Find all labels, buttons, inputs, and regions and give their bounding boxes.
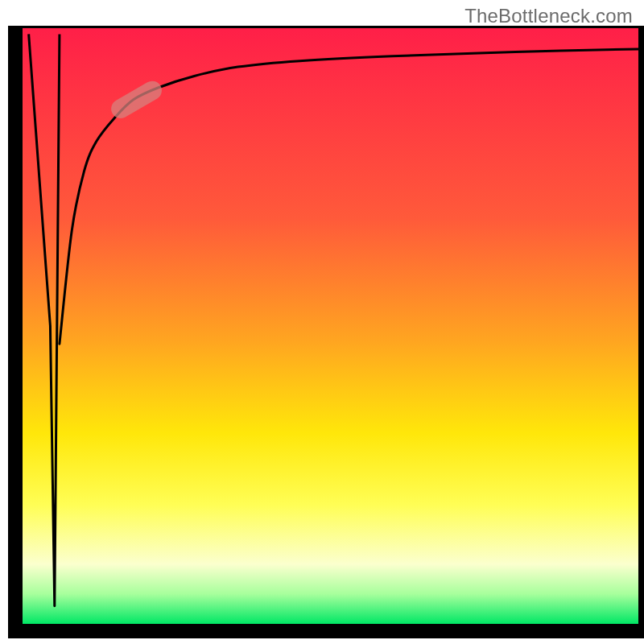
axis-right (638, 27, 644, 638)
chart-stage: TheBottleneck.com (0, 0, 644, 644)
watermark-text: TheBottleneck.com (464, 5, 633, 27)
chart-svg (0, 0, 644, 644)
axis-bottom (8, 624, 644, 638)
axis-left (8, 27, 23, 638)
